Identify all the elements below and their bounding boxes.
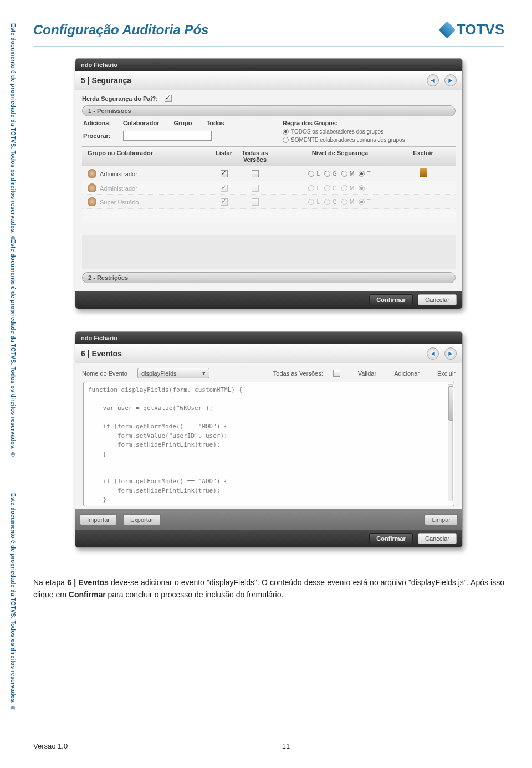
window-title-2: ndo Fichário: [75, 332, 462, 344]
row-listar-checkbox[interactable]: [221, 198, 228, 206]
row-versoes-checkbox[interactable]: [252, 198, 259, 206]
step5-label: 5 | Segurança: [81, 76, 131, 85]
scrollbar[interactable]: [448, 384, 453, 501]
importar-button[interactable]: Importar: [80, 514, 117, 525]
adiciona-label: Adiciona:: [83, 120, 116, 126]
procurar-input[interactable]: [123, 131, 212, 141]
row-listar-checkbox[interactable]: [221, 185, 228, 192]
row-name: Administrador: [100, 185, 137, 192]
row-listar-checkbox[interactable]: [221, 170, 228, 177]
evento-dropdown[interactable]: displayFields ▾: [137, 368, 209, 378]
cancelar-button[interactable]: Cancelar: [418, 294, 457, 305]
user-icon: [88, 197, 96, 206]
code-editor[interactable]: function displayFields(form, customHTML)…: [83, 382, 454, 506]
regra-label: Regra dos Grupos:: [283, 120, 405, 126]
page-number: 11: [269, 742, 303, 750]
herda-label: Herda Segurança do Pai?:: [82, 95, 158, 102]
chevron-down-icon: ▾: [202, 370, 206, 377]
nivel-l-radio[interactable]: [308, 199, 314, 205]
nome-evento-label: Nome do Evento: [82, 370, 127, 377]
user-icon: [88, 169, 96, 178]
grupo-option[interactable]: Grupo: [173, 120, 192, 126]
nivel-g-radio[interactable]: [324, 185, 330, 191]
n-g: G: [332, 171, 337, 177]
confirmar-button[interactable]: Confirmar: [369, 533, 413, 544]
colaborador-option[interactable]: Colaborador: [123, 120, 159, 126]
dropdown-value: displayFields: [141, 370, 177, 377]
row-versoes-checkbox[interactable]: [252, 170, 259, 177]
limpar-button[interactable]: Limpar: [424, 514, 458, 525]
copyright-side-2: Este documento é de propriedade da TOTVS…: [10, 239, 16, 458]
logo-icon: [438, 21, 456, 38]
validar-link[interactable]: Validar: [358, 370, 376, 377]
adicionar-link[interactable]: Adicionar: [394, 370, 420, 377]
nivel-t-radio[interactable]: [359, 199, 365, 205]
permissions-table-header: Grupo ou Colaborador Listar Todas as Ver…: [82, 146, 456, 166]
nav-prev-button[interactable]: ◄: [427, 347, 439, 360]
table-row: Administrador L G M T: [82, 181, 456, 195]
totvs-logo: TOTVS: [441, 21, 504, 38]
nivel-t-radio[interactable]: [359, 171, 365, 177]
page-title: Configuração Auditoria Pós: [33, 22, 208, 38]
col-nivel: Nível de Segurança: [272, 150, 408, 163]
table-row: Super Usuário L G M T: [82, 195, 456, 209]
n-m: M: [350, 171, 354, 177]
user-icon: [88, 183, 96, 192]
nivel-l-radio[interactable]: [308, 171, 314, 177]
nav-next-button[interactable]: ►: [444, 74, 457, 86]
regra-somente-radio[interactable]: [283, 137, 289, 143]
step6-label: 6 | Eventos: [81, 349, 122, 358]
table-row: Administrador L G M T: [82, 166, 456, 181]
regra-opt2: SOMENTE colaboradores comuns dos grupos: [291, 137, 405, 143]
screenshot-eventos: ndo Fichário 6 | Eventos ◄ ► Nome do Eve…: [75, 331, 463, 548]
nivel-m-radio[interactable]: [341, 199, 347, 205]
nivel-g-radio[interactable]: [324, 171, 330, 177]
nivel-l-radio[interactable]: [308, 185, 314, 191]
nivel-t-radio[interactable]: [359, 185, 365, 191]
table-row: [82, 222, 456, 235]
cancelar-button[interactable]: Cancelar: [418, 533, 457, 544]
version-label: Versão 1.0: [33, 742, 68, 750]
col-listar: Listar: [210, 150, 238, 163]
col-versoes: Todas as Versões: [238, 150, 272, 163]
paragraph-bold2: Confirmar: [69, 590, 106, 599]
nivel-m-radio[interactable]: [341, 185, 347, 191]
excluir-link[interactable]: Excluir: [437, 370, 456, 377]
row-name: Administrador: [100, 171, 137, 177]
col-excluir: Excluir: [408, 150, 438, 163]
regra-todos-radio[interactable]: [283, 129, 289, 135]
restricoes-section: 2 - Restrições: [82, 272, 456, 283]
row-name: Super Usuário: [100, 199, 139, 206]
herda-checkbox[interactable]: [165, 95, 172, 102]
exportar-button[interactable]: Exportar: [123, 514, 161, 525]
permissoes-section: 1 - Permissões: [82, 105, 456, 116]
procurar-label: Procurar:: [83, 132, 116, 139]
logo-text: TOTVS: [457, 21, 504, 38]
delete-icon[interactable]: [420, 168, 427, 177]
table-row: [82, 209, 456, 222]
nav-next-button[interactable]: ►: [444, 347, 457, 360]
code-text: function displayFields(form, customHTML)…: [84, 382, 454, 506]
n-t: T: [367, 171, 370, 177]
nivel-g-radio[interactable]: [324, 199, 330, 205]
row-versoes-checkbox[interactable]: [252, 185, 259, 192]
screenshot-seguranca: ndo Fichário 5 | Segurança ◄ ► Herda Seg…: [75, 58, 463, 309]
copyright-side-1: Este documento é de propriedade da TOTVS…: [10, 23, 16, 242]
copyright-side-3: Este documento é de propriedade da TOTVS…: [10, 493, 16, 711]
n-l: L: [316, 171, 320, 177]
confirmar-button[interactable]: Confirmar: [369, 294, 413, 305]
todos-option[interactable]: Todos: [206, 120, 224, 126]
todas-versoes-checkbox[interactable]: [333, 370, 340, 377]
regra-opt1: TODOS os colaboradores dos grupos: [291, 129, 383, 135]
window-title-1: ndo Fichário: [75, 59, 462, 71]
nivel-m-radio[interactable]: [341, 171, 347, 177]
col-grupo: Grupo ou Colaborador: [85, 150, 210, 163]
paragraph-part3: para concluir o processo de inclusão do …: [108, 590, 284, 599]
nav-prev-button[interactable]: ◄: [427, 74, 439, 86]
paragraph-bold1: 6 | Eventos: [67, 578, 109, 587]
todas-versoes-label: Todas as Versões:: [273, 370, 323, 377]
paragraph-part1: Na etapa: [33, 578, 67, 587]
